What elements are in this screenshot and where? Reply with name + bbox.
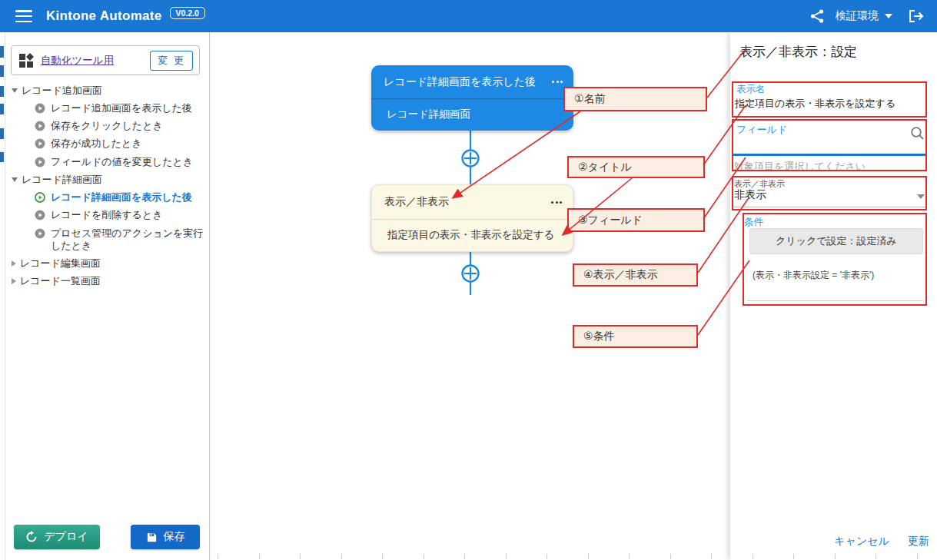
divider: [747, 300, 923, 301]
sidebar-actions: デプロイ 保存: [5, 517, 209, 560]
event-icon: [35, 210, 45, 220]
deploy-button[interactable]: デプロイ: [14, 525, 100, 549]
field-label: フィールド: [736, 123, 787, 137]
menu-icon[interactable]: [15, 10, 32, 22]
environment-selector[interactable]: 検証環境: [836, 9, 892, 23]
event-icon: [35, 103, 45, 114]
visibility-underline: [733, 207, 926, 207]
display-name-label: 表示名: [736, 83, 766, 96]
caret-down-icon[interactable]: [12, 88, 18, 93]
tree-item[interactable]: 保存をクリックしたとき: [7, 118, 205, 135]
tree-item[interactable]: レコード追加画面を表示した後: [7, 99, 205, 117]
caret-right-icon[interactable]: [12, 260, 16, 267]
flow-node-trigger[interactable]: レコード詳細画面を表示した後 レコード詳細画面: [371, 65, 573, 131]
tree-group-record-list[interactable]: レコード一覧画面: [7, 273, 205, 290]
tree-item[interactable]: フィールドの値を変更したとき: [7, 153, 205, 171]
condition-set-button[interactable]: クリックで設定：設定済み: [749, 228, 923, 254]
app-selector-card: 自動化ツール用 変 更: [11, 45, 200, 75]
app-icon: [18, 52, 35, 69]
event-tree: レコード追加画面 レコード追加画面を表示した後 保存をクリックしたとき 保存が成…: [7, 81, 205, 290]
edge-minimap-strip: [0, 32, 5, 560]
node-title: 表示／非表示: [384, 195, 449, 209]
logout-icon[interactable]: [908, 8, 925, 24]
tree-item[interactable]: プロセス管理のアクションを実行したとき: [7, 224, 205, 255]
add-step-button[interactable]: [463, 266, 479, 282]
chevron-down-icon: [885, 14, 892, 18]
tree-item[interactable]: レコードを削除するとき: [7, 207, 205, 224]
panel-title: 表示／非表示：設定: [739, 43, 857, 61]
tree-group-record-detail[interactable]: レコード詳細画面: [7, 171, 205, 188]
display-name-input[interactable]: 指定項目の表示・非表示を設定する: [735, 97, 895, 111]
event-icon: [35, 157, 45, 167]
more-options-icon[interactable]: [546, 78, 563, 86]
condition-label: 条件: [744, 216, 763, 229]
visibility-select[interactable]: 非表示: [734, 188, 766, 202]
caret-down-icon[interactable]: [12, 177, 18, 182]
event-icon: [35, 121, 45, 131]
event-icon: [35, 138, 45, 149]
tree-group-record-edit[interactable]: レコード編集画面: [7, 255, 205, 273]
version-badge: V0.2.0: [170, 7, 205, 19]
event-icon: [35, 228, 45, 239]
search-icon[interactable]: [910, 126, 925, 141]
tree-item-active[interactable]: レコード詳細画面を表示した後: [7, 189, 205, 207]
field-input[interactable]: 対象項目を選択してください: [734, 160, 866, 174]
node-title: レコード詳細画面を表示した後: [384, 75, 536, 89]
environment-label: 検証環境: [836, 9, 879, 23]
flow-node-action[interactable]: 表示／非表示 指定項目の表示・非表示を設定する: [371, 184, 573, 252]
sync-icon: [25, 531, 38, 543]
condition-summary: (表示・非表示設定 = '非表示'): [753, 269, 874, 282]
annotation-label-condition: ⑤条件: [573, 325, 698, 348]
tree-item[interactable]: 保存が成功したとき: [7, 135, 205, 153]
caret-right-icon[interactable]: [12, 278, 16, 284]
annotation-label-visibility: ④表示／非表示: [573, 263, 698, 287]
update-button[interactable]: 更新: [908, 535, 929, 548]
tree-group-record-add[interactable]: レコード追加画面: [7, 81, 205, 99]
node-subtitle: レコード詳細画面: [387, 108, 470, 121]
save-icon: [146, 532, 158, 543]
annotation-label-title: ②タイトル: [567, 156, 705, 178]
add-step-button[interactable]: [463, 151, 479, 167]
share-icon[interactable]: [809, 8, 825, 24]
app-name-link[interactable]: 自動化ツール用: [41, 54, 144, 68]
chevron-down-icon[interactable]: [917, 194, 925, 199]
field-input-underline: [733, 154, 926, 156]
flow-canvas: レコード詳細画面を表示した後 レコード詳細画面 表示／非表示 指定項目の表示・非…: [211, 32, 730, 560]
change-app-button[interactable]: 変 更: [150, 51, 193, 71]
cancel-button[interactable]: キャンセル: [834, 535, 889, 548]
top-app-bar: Kintone Automate V0.2.0 検証環境: [0, 0, 937, 32]
settings-panel: 表示／非表示：設定 表示名 指定項目の表示・非表示を設定する フィールド 対象項…: [730, 32, 937, 560]
app-title: Kintone Automate: [46, 8, 162, 24]
save-button[interactable]: 保存: [131, 525, 200, 549]
event-icon-active: [35, 192, 45, 203]
sidebar: 自動化ツール用 変 更 レコード追加画面 レコード追加画面を表示した後 保存をク…: [5, 32, 210, 560]
more-options-icon[interactable]: [545, 198, 562, 207]
node-subtitle: 指定項目の表示・非表示を設定する: [387, 228, 554, 242]
annotation-label-name: ①名前: [563, 87, 707, 111]
annotation-label-field: ③フィールド: [567, 208, 705, 232]
